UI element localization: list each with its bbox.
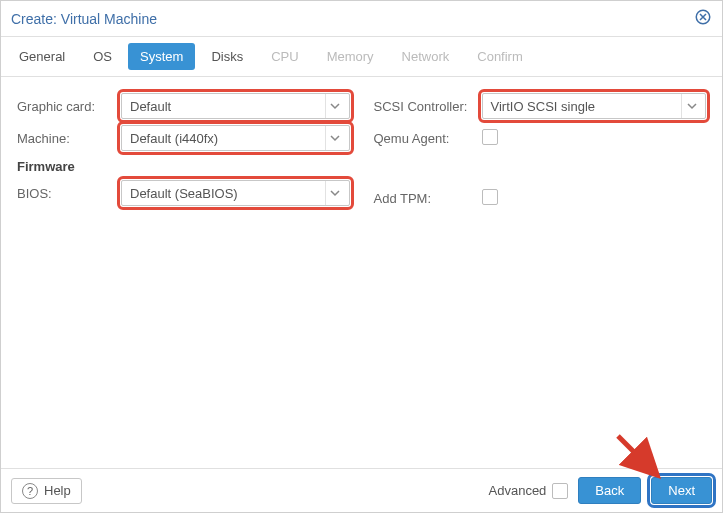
tab-confirm: Confirm — [465, 43, 535, 70]
tab-cpu: CPU — [259, 43, 310, 70]
chevron-down-icon — [681, 94, 701, 118]
tab-memory: Memory — [315, 43, 386, 70]
add-tpm-label: Add TPM: — [374, 191, 482, 206]
bios-label: BIOS: — [17, 186, 121, 201]
right-column: SCSI Controller: VirtIO SCSI single Qemu… — [374, 91, 707, 215]
advanced-checkbox[interactable] — [552, 483, 568, 499]
help-button[interactable]: ? Help — [11, 478, 82, 504]
chevron-down-icon — [325, 94, 345, 118]
scsi-controller-value: VirtIO SCSI single — [491, 99, 596, 114]
tab-os[interactable]: OS — [81, 43, 124, 70]
create-vm-dialog: Create: Virtual Machine General OS Syste… — [0, 0, 723, 513]
tab-network: Network — [390, 43, 462, 70]
tab-system[interactable]: System — [128, 43, 195, 70]
qemu-agent-label: Qemu Agent: — [374, 131, 482, 146]
machine-value: Default (i440fx) — [130, 131, 218, 146]
graphic-card-value: Default — [130, 99, 171, 114]
machine-label: Machine: — [17, 131, 121, 146]
left-column: Graphic card: Default Machine: — [17, 91, 350, 215]
content-area: Graphic card: Default Machine: — [1, 77, 722, 468]
footer: ? Help Advanced Back Next — [1, 468, 722, 512]
titlebar: Create: Virtual Machine — [1, 1, 722, 37]
back-button[interactable]: Back — [578, 477, 641, 504]
chevron-down-icon — [325, 181, 345, 205]
bios-value: Default (SeaBIOS) — [130, 186, 238, 201]
tab-general[interactable]: General — [7, 43, 77, 70]
scsi-controller-label: SCSI Controller: — [374, 99, 482, 114]
chevron-down-icon — [325, 126, 345, 150]
close-icon[interactable] — [694, 8, 712, 29]
help-label: Help — [44, 483, 71, 498]
qemu-agent-checkbox[interactable] — [482, 129, 498, 145]
next-button[interactable]: Next — [651, 477, 712, 504]
window-title: Create: Virtual Machine — [11, 11, 157, 27]
firmware-section: Firmware — [17, 159, 350, 174]
advanced-label: Advanced — [489, 483, 547, 498]
graphic-card-select[interactable]: Default — [121, 93, 350, 119]
tab-bar: General OS System Disks CPU Memory Netwo… — [1, 37, 722, 77]
tab-disks[interactable]: Disks — [199, 43, 255, 70]
bios-select[interactable]: Default (SeaBIOS) — [121, 180, 350, 206]
scsi-controller-select[interactable]: VirtIO SCSI single — [482, 93, 707, 119]
add-tpm-checkbox[interactable] — [482, 189, 498, 205]
graphic-card-label: Graphic card: — [17, 99, 121, 114]
machine-select[interactable]: Default (i440fx) — [121, 125, 350, 151]
help-icon: ? — [22, 483, 38, 499]
